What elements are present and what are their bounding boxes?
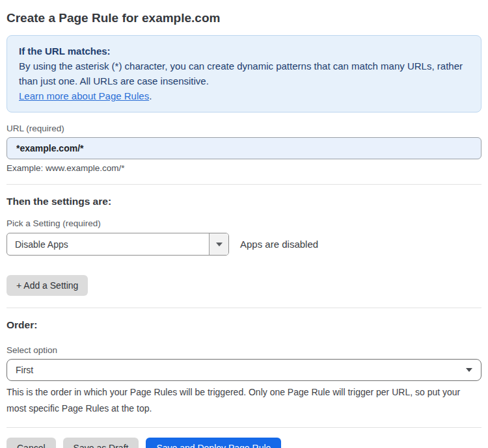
url-match-info-panel: If the URL matches: By using the asteris…: [7, 35, 481, 112]
chevron-down-icon: [216, 243, 223, 246]
order-help-text: This is the order in which your Page Rul…: [7, 384, 472, 417]
order-select-label: Select option: [7, 345, 481, 355]
url-example-text: Example: www.example.com/*: [7, 163, 481, 173]
setting-row: Disable Apps Apps are disabled: [7, 233, 481, 256]
info-panel-body: By using the asterisk (*) character, you…: [19, 59, 469, 88]
settings-section-heading: Then the settings are:: [7, 196, 481, 207]
cancel-button[interactable]: Cancel: [7, 438, 56, 448]
setting-picker-label: Pick a Setting (required): [7, 218, 481, 228]
setting-select[interactable]: Disable Apps: [7, 233, 229, 256]
form-actions: Cancel Save as Draft Save and Deploy Pag…: [7, 438, 481, 448]
order-section-heading: Order:: [7, 319, 481, 331]
setting-status-text: Apps are disabled: [240, 239, 318, 250]
setting-select-value: Disable Apps: [7, 233, 209, 255]
divider: [7, 184, 481, 185]
chevron-down-icon: [466, 368, 472, 372]
divider: [7, 308, 481, 308]
order-select[interactable]: First: [7, 359, 481, 381]
add-setting-button[interactable]: + Add a Setting: [7, 275, 88, 296]
save-as-draft-button[interactable]: Save as Draft: [63, 438, 139, 448]
page-rule-form: Create a Page Rule for example.com If th…: [0, 0, 488, 448]
setting-select-arrow-button[interactable]: [209, 233, 228, 255]
url-input[interactable]: [7, 137, 481, 159]
save-and-deploy-button[interactable]: Save and Deploy Page Rule: [146, 438, 281, 448]
info-panel-link-line: Learn more about Page Rules.: [19, 88, 469, 103]
learn-more-link[interactable]: Learn more about Page Rules: [19, 90, 149, 101]
info-panel-heading: If the URL matches:: [19, 44, 469, 59]
url-field-label: URL (required): [7, 124, 481, 133]
order-select-value: First: [16, 365, 33, 375]
page-title: Create a Page Rule for example.com: [7, 10, 481, 27]
link-suffix: .: [149, 90, 152, 101]
divider: [7, 427, 481, 428]
